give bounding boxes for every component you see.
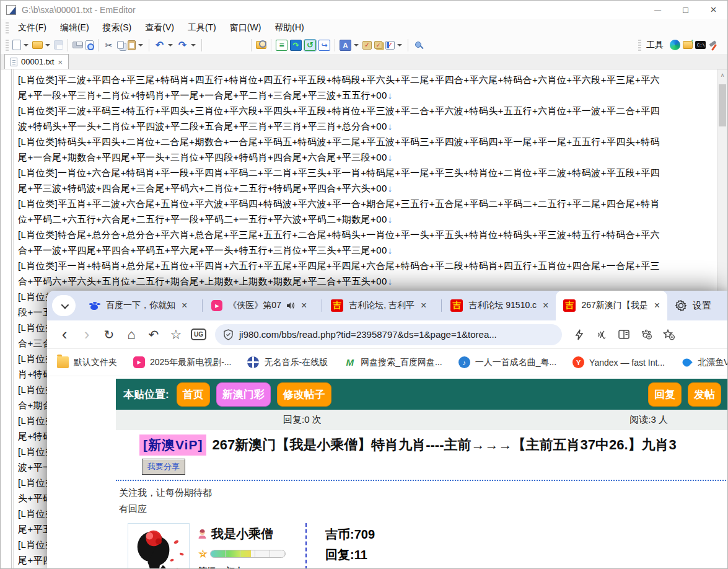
bookmark-item[interactable]: 默认文件夹: [57, 356, 117, 368]
reader-mode-icon[interactable]: [613, 324, 635, 346]
forum-action-button[interactable]: 回复: [648, 382, 682, 407]
music-icon: [458, 356, 470, 368]
dropdown-arrow-icon[interactable]: [397, 44, 402, 46]
wrap-right-icon[interactable]: [290, 40, 302, 51]
hammer-icon[interactable]: [708, 40, 720, 51]
close-button[interactable]: [699, 1, 727, 19]
paste-icon[interactable]: [128, 40, 136, 50]
tab-close-icon[interactable]: [543, 300, 548, 311]
dotted-divider: [116, 480, 728, 481]
settings-label[interactable]: 设置: [693, 300, 711, 312]
wrap-page-icon[interactable]: [318, 40, 330, 51]
bookmark-item[interactable]: 2025年最新电视剧-...: [133, 356, 231, 368]
tab-close-icon[interactable]: [421, 300, 426, 311]
document-tab[interactable]: 00001.txt: [4, 54, 69, 69]
stamp-all-icon[interactable]: [374, 41, 382, 49]
wrap-none-icon[interactable]: [276, 40, 287, 51]
tools-label[interactable]: 工具: [646, 40, 664, 51]
baidu-collect-icon[interactable]: [635, 324, 657, 346]
save-icon[interactable]: [54, 40, 63, 50]
edge-icon[interactable]: [670, 40, 680, 50]
audio-icon[interactable]: [286, 301, 295, 310]
browser-tab[interactable]: 百度一下，你就知: [81, 291, 195, 320]
menu-item[interactable]: 编辑(E): [53, 19, 96, 36]
tab-close-icon[interactable]: [654, 300, 660, 311]
tab-close-icon[interactable]: [301, 300, 307, 311]
find-in-files-icon[interactable]: [256, 41, 266, 49]
forum-action-button[interactable]: 发帖: [688, 382, 721, 407]
menu-item[interactable]: 文件(F): [11, 19, 53, 36]
bookmark-item[interactable]: 无名音乐-在线版: [247, 356, 328, 368]
bookmarks-bar: 默认文件夹 2025年最新电视剧-... 无名音乐-在线版 网盘搜索_百度网盘.…: [47, 349, 728, 376]
minimize-button[interactable]: [644, 1, 672, 19]
lightning-icon[interactable]: [568, 324, 590, 346]
url-text[interactable]: ji980.com/bbs/read.php?tid=23958797&ds=1…: [239, 329, 497, 340]
ug-extension-badge[interactable]: UG: [191, 329, 206, 340]
undo-icon[interactable]: [154, 40, 165, 51]
author-name[interactable]: 我是小乘僧: [211, 526, 273, 542]
redo-icon[interactable]: [177, 40, 188, 51]
tab-search-button[interactable]: [52, 295, 76, 316]
history-back-icon[interactable]: [143, 324, 165, 346]
wrap-window-icon[interactable]: [304, 40, 316, 51]
tab-close-icon[interactable]: [58, 56, 63, 68]
dropdown-arrow-icon[interactable]: [354, 44, 359, 46]
preview-icon[interactable]: [86, 40, 94, 50]
home-button[interactable]: [120, 324, 143, 346]
bookmark-item[interactable]: Yandex — fast Int...: [572, 356, 665, 368]
baidu-icon: [88, 299, 100, 312]
find-prev-icon[interactable]: [235, 40, 247, 51]
menu-item[interactable]: 搜索(S): [96, 19, 139, 36]
menu-item[interactable]: 窗口(W): [223, 19, 268, 36]
menu-item[interactable]: 帮助(H): [268, 19, 310, 36]
bookmark-item[interactable]: 北漂鱼VIP: [681, 356, 728, 368]
new-doc-icon[interactable]: [12, 40, 21, 50]
pin-icon[interactable]: [413, 40, 424, 51]
stamp-icon[interactable]: [362, 41, 372, 50]
checklist-icon[interactable]: [385, 41, 395, 50]
open-icon[interactable]: [32, 41, 43, 49]
forum-nav-button[interactable]: 修改帖子: [277, 382, 331, 407]
menu-item[interactable]: 查看(V): [138, 19, 181, 36]
tab-label: 267新澳门【我是: [581, 300, 647, 311]
menu-item[interactable]: 工具(T): [181, 19, 223, 36]
find-next-icon[interactable]: [221, 40, 232, 51]
dropdown-arrow-icon[interactable]: [191, 44, 196, 46]
forward-button[interactable]: [76, 324, 98, 346]
address-bar[interactable]: ji980.com/bbs/read.php?tid=23958797&ds=1…: [215, 324, 562, 345]
browser-tab[interactable]: 吉利论坛, 吉利平: [314, 291, 434, 320]
copy-icon[interactable]: [117, 41, 124, 49]
browser-tab[interactable]: 267新澳门【我是: [556, 291, 667, 320]
dropdown-arrow-icon[interactable]: [168, 44, 173, 46]
dropdown-arrow-icon[interactable]: [138, 44, 143, 46]
read-aloud-icon[interactable]: [590, 324, 613, 346]
reload-button[interactable]: [98, 324, 120, 346]
gear-icon[interactable]: [675, 299, 687, 312]
bookmark-item[interactable]: 网盘搜索_百度网盘...: [344, 356, 442, 368]
dropdown-arrow-icon[interactable]: [45, 44, 50, 46]
tab-close-icon[interactable]: [182, 300, 187, 311]
bookmark-item[interactable]: 一人一首成名曲_粤...: [458, 356, 556, 368]
browser-tab[interactable]: 吉利论坛 91510.c: [434, 291, 556, 320]
maximize-button[interactable]: [672, 1, 699, 19]
find-icon[interactable]: [206, 40, 218, 51]
cut-icon[interactable]: [103, 40, 115, 51]
console-icon[interactable]: [695, 41, 706, 49]
add-bookmark-icon[interactable]: [657, 324, 680, 346]
folder-up-icon[interactable]: [683, 41, 693, 49]
encoding-icon[interactable]: [340, 40, 351, 51]
document-tab-label: 00001.txt: [21, 57, 55, 66]
forum-nav-button[interactable]: 首页: [177, 382, 210, 407]
favorites-icon[interactable]: [165, 324, 187, 346]
print-icon[interactable]: [72, 42, 83, 48]
scrollbar-thumb[interactable]: [719, 84, 726, 126]
scrollbar-up-icon[interactable]: [717, 69, 727, 80]
browser-tab[interactable]: 《侠医》第07: [195, 291, 314, 320]
post-title-row: [新澳ViP] 267新澳门【我是小乘僧】特肖九肖----主前→→→【主前五肖3…: [116, 430, 728, 457]
back-button[interactable]: [53, 324, 76, 346]
share-button[interactable]: 我要分享: [142, 459, 185, 475]
dropdown-arrow-icon[interactable]: [24, 44, 29, 46]
pan-icon: [344, 356, 356, 368]
avatar[interactable]: [128, 523, 190, 569]
forum-nav-button[interactable]: 新澳门彩: [216, 382, 271, 407]
